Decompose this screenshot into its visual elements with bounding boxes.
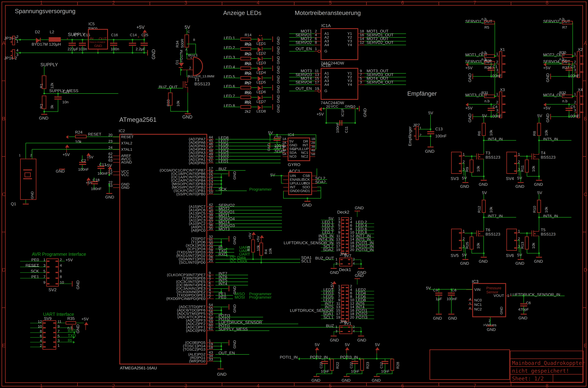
wire [472, 253, 484, 254]
led-arrow-icon [259, 35, 260, 36]
l [310, 149, 315, 149]
gnd-symbol [228, 304, 229, 310]
component-value: n.b. [481, 57, 488, 61]
wire [497, 73, 497, 76]
label: 100nF [78, 168, 89, 171]
l [113, 187, 119, 188]
wire [215, 330, 269, 331]
pin-stub [575, 72, 577, 73]
pin-number: 2 [574, 60, 576, 64]
pin-stub [497, 64, 499, 64]
l [79, 164, 86, 165]
l [277, 141, 277, 145]
wire [551, 116, 575, 117]
l [316, 135, 316, 149]
label: C21 [63, 90, 69, 94]
label: 120µH [49, 42, 61, 47]
wire [483, 177, 484, 180]
label: GND [519, 316, 527, 320]
connector-pad [342, 240, 344, 241]
pin-name: A1 [324, 71, 329, 75]
l [326, 123, 355, 123]
component-name: X2 [578, 48, 583, 52]
gnd-label: GND [460, 184, 469, 189]
gnd-label: GND [76, 280, 80, 289]
resistor [470, 160, 474, 172]
pin-number: 2 [353, 325, 355, 329]
connector-pad [55, 261, 58, 262]
frame-row-label: E [2, 343, 5, 348]
label: BUZ_OUT [159, 85, 178, 89]
wire [263, 97, 271, 97]
l [49, 37, 61, 42]
supply-label: +5V [465, 106, 473, 110]
mosfet-icon [479, 159, 484, 159]
gnd-label: GND [312, 378, 320, 383]
label: C25 [141, 33, 148, 37]
connector-pad [53, 346, 56, 347]
gnd-symbol [518, 259, 524, 260]
l [100, 162, 101, 166]
gb [428, 146, 433, 147]
resistor [484, 61, 495, 65]
frame-tick [1, 307, 5, 308]
supply-label: 5V [537, 114, 542, 118]
wire [333, 331, 340, 332]
l [283, 191, 284, 198]
component-name: R13 [520, 242, 524, 249]
l [273, 138, 281, 139]
l [215, 191, 247, 191]
component-value: 10k [531, 243, 536, 249]
connector-pad [348, 263, 350, 265]
b [416, 126, 419, 140]
supply-arrow-icon [86, 177, 91, 180]
l [427, 133, 434, 134]
net-label: INT6_IN [543, 214, 558, 218]
net-label: RI [68, 338, 72, 343]
supply-label: +5V [66, 258, 73, 262]
led-arrow-icon [261, 102, 262, 104]
supply-label: 5V [482, 114, 487, 118]
gnd-label: GND [534, 182, 543, 187]
section-title: Motortreiberansteuerung [295, 10, 361, 16]
gnd-label: GND [479, 259, 488, 264]
connector-pad [346, 226, 348, 227]
junction [494, 55, 496, 57]
component-name: n.b [484, 99, 490, 103]
l [312, 176, 317, 176]
gnd-symbol [462, 182, 468, 183]
component-name: R8 [533, 131, 537, 136]
gb [106, 193, 112, 194]
wire [520, 156, 531, 156]
supply-arrow-icon [86, 153, 91, 156]
gnd-label: GND [515, 261, 524, 266]
l [490, 317, 491, 325]
connector-pad [342, 315, 344, 316]
section-label: Deck1 [339, 267, 351, 272]
pin-number: 4 [353, 262, 355, 265]
label: Q1 [11, 202, 16, 206]
wire [462, 171, 465, 171]
label: BUZZER_13.8MM [188, 75, 214, 78]
res [251, 240, 255, 252]
wire [539, 177, 539, 180]
connector-pad [342, 247, 344, 248]
component-name: C23 [319, 362, 323, 368]
pin-number: 9 [360, 69, 362, 73]
wire [385, 370, 385, 374]
j [220, 183, 222, 185]
component-value: BSS123 [486, 155, 500, 160]
schematic-canvas[interactable]: Mainboard_Quadrokoppter nicht gespeicher… [0, 0, 588, 388]
connector-pad [459, 240, 461, 241]
net-label: POTI3_IN [320, 355, 358, 360]
component-name: SV6 [506, 253, 514, 258]
component-value: 10k [489, 207, 493, 213]
pin-number: 11 [315, 69, 319, 73]
l [140, 43, 148, 44]
label: 10k [75, 140, 82, 144]
component-name: R6 [477, 131, 481, 136]
component-value: n.b. [481, 17, 488, 21]
led-arrow-icon [259, 102, 260, 104]
label: C14 [130, 33, 137, 37]
wire [464, 164, 464, 176]
